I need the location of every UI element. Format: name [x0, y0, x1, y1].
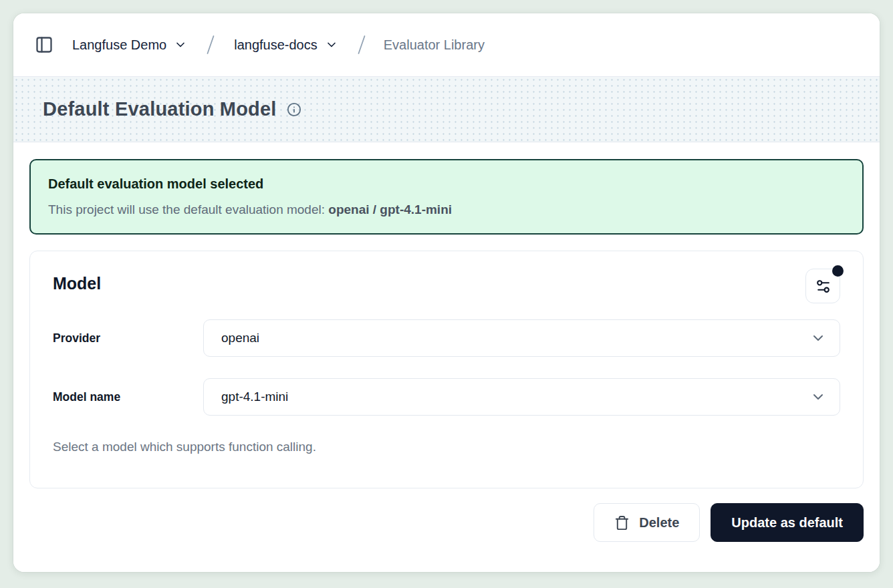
- info-icon: [287, 102, 301, 117]
- sliders-icon: [815, 278, 832, 295]
- org-switcher[interactable]: Langfuse Demo: [71, 35, 188, 55]
- chevron-down-icon: [810, 330, 826, 346]
- model-card-title: Model: [53, 269, 101, 293]
- default-model-banner: Default evaluation model selected This p…: [29, 159, 864, 235]
- panel-left-icon: [35, 35, 53, 54]
- banner-message: This project will use the default evalua…: [48, 202, 845, 217]
- banner-message-text: This project will use the default evalua…: [48, 202, 328, 216]
- info-tooltip-button[interactable]: [287, 102, 301, 117]
- banner-model-value: openai / gpt-4.1-mini: [328, 202, 452, 216]
- model-card-header: Model: [53, 269, 840, 303]
- delete-button[interactable]: Delete: [594, 503, 700, 542]
- sidebar-toggle-button[interactable]: [29, 30, 59, 59]
- provider-field-row: Provider openai: [53, 319, 840, 357]
- breadcrumb-separator: [354, 34, 369, 55]
- model-advanced-settings-button[interactable]: [805, 269, 840, 303]
- model-card: Model Provider openai Model: [29, 251, 864, 488]
- project-switcher[interactable]: langfuse-docs: [233, 35, 340, 55]
- chevron-down-icon: [325, 38, 338, 51]
- breadcrumb: Langfuse Demo langfuse-docs Evaluator Li…: [71, 34, 485, 55]
- model-helper-text: Select a model which supports function c…: [53, 440, 840, 454]
- page-header: Default Evaluation Model: [13, 77, 880, 142]
- chevron-down-icon: [174, 38, 187, 51]
- banner-title: Default evaluation model selected: [48, 176, 845, 192]
- settings-notification-dot: [832, 265, 844, 277]
- main-panel: Langfuse Demo langfuse-docs Evaluator Li…: [13, 13, 880, 572]
- provider-select[interactable]: openai: [203, 319, 840, 357]
- chevron-down-icon: [810, 389, 826, 405]
- trash-icon: [614, 515, 630, 531]
- model-name-field-row: Model name gpt-4.1-mini: [53, 378, 840, 416]
- model-name-label: Model name: [53, 390, 203, 404]
- action-buttons: Delete Update as default: [29, 503, 864, 542]
- update-as-default-button[interactable]: Update as default: [711, 503, 864, 542]
- provider-label: Provider: [53, 331, 203, 345]
- page-title: Default Evaluation Model: [43, 98, 277, 120]
- project-name: langfuse-docs: [234, 37, 317, 53]
- org-name: Langfuse Demo: [72, 37, 166, 53]
- breadcrumb-page-evaluator-library[interactable]: Evaluator Library: [384, 37, 485, 53]
- page-content: Default evaluation model selected This p…: [13, 142, 880, 572]
- delete-button-label: Delete: [639, 515, 679, 531]
- breadcrumb-bar: Langfuse Demo langfuse-docs Evaluator Li…: [13, 13, 880, 77]
- update-button-label: Update as default: [731, 515, 843, 531]
- provider-select-value: openai: [221, 331, 259, 345]
- breadcrumb-separator: [203, 34, 218, 55]
- model-name-select-value: gpt-4.1-mini: [221, 390, 288, 404]
- model-name-select[interactable]: gpt-4.1-mini: [203, 378, 840, 416]
